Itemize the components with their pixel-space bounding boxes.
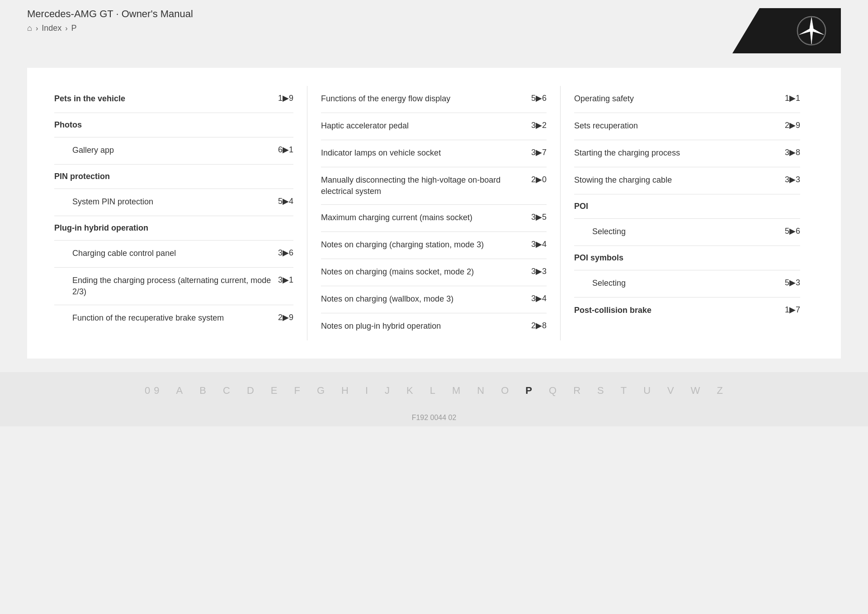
index-entry[interactable]: Stowing the charging cable 3▶3 xyxy=(574,167,800,194)
entry-text: System PIN protection xyxy=(72,196,278,208)
sub-entry[interactable]: Charging cable control panel 3▶6 xyxy=(54,241,293,268)
breadcrumb-sep-2: › xyxy=(65,24,67,33)
alpha-D[interactable]: D xyxy=(239,381,263,400)
entry-text: Notes on charging (wallbox, mode 3) xyxy=(321,293,531,305)
alpha-F[interactable]: F xyxy=(286,381,308,400)
index-entry[interactable]: Indicator lamps on vehicle socket 3▶7 xyxy=(321,140,547,167)
entry-page: 5▶6 xyxy=(531,93,547,103)
section-header-text: POI symbols xyxy=(574,253,623,262)
alpha-J[interactable]: J xyxy=(377,381,398,400)
entry-page: 3▶7 xyxy=(531,147,547,157)
alpha-S[interactable]: S xyxy=(589,381,613,400)
alpha-A[interactable]: A xyxy=(168,381,192,400)
section-header: POI xyxy=(574,194,800,219)
entry-page: 6▶1 xyxy=(278,145,293,155)
mercedes-star-icon xyxy=(796,15,827,47)
entry-text: Notes on charging (charging station, mod… xyxy=(321,239,531,250)
alpha-O[interactable]: O xyxy=(493,381,517,400)
entry-page: 3▶6 xyxy=(278,248,293,258)
alpha-P[interactable]: P xyxy=(517,381,541,400)
alpha-V[interactable]: V xyxy=(659,381,683,400)
index-entry[interactable]: Notes on charging (mains socket, mode 2)… xyxy=(321,259,547,286)
section-header-text: Photos xyxy=(54,120,82,129)
entry-text: Manually disconnecting the high-voltage … xyxy=(321,175,531,197)
entry-page: 3▶3 xyxy=(785,175,800,184)
index-entry[interactable]: Manually disconnecting the high-voltage … xyxy=(321,167,547,205)
index-entry[interactable]: Notes on charging (wallbox, mode 3) 3▶4 xyxy=(321,286,547,313)
entry-page: 2▶9 xyxy=(278,312,293,322)
alpha-R[interactable]: R xyxy=(565,381,589,400)
entry-text: Notes on plug-in hybrid operation xyxy=(321,321,531,332)
sub-entry[interactable]: Function of the recuperative brake syste… xyxy=(54,305,293,332)
entry-page: 3▶2 xyxy=(531,120,547,130)
header-left: Mercedes-AMG GT · Owner's Manual ⌂ › Ind… xyxy=(27,8,193,33)
alpha-B[interactable]: B xyxy=(191,381,215,400)
alphabet-bar: 0 9ABCDEFGHIJKLMNOPQRSTUVWZ xyxy=(0,372,868,409)
alpha-C[interactable]: C xyxy=(215,381,239,400)
entry-page: 3▶1 xyxy=(278,275,293,285)
alpha-Z[interactable]: Z xyxy=(709,381,731,400)
entry-page: 1▶1 xyxy=(785,93,800,103)
entry-page: 1▶9 xyxy=(278,93,293,103)
entry-text: Maximum charging current (mains socket) xyxy=(321,212,531,223)
alpha-Q[interactable]: Q xyxy=(541,381,565,400)
entry-text: Functions of the energy flow display xyxy=(321,93,531,104)
index-entry[interactable]: Notes on plug-in hybrid operation 2▶8 xyxy=(321,313,547,340)
entry-text: Selecting xyxy=(592,226,785,237)
header-logo-area xyxy=(696,8,841,53)
column-1: Pets in the vehicle 1▶9 Photos Gallery a… xyxy=(54,86,307,340)
alpha-W[interactable]: W xyxy=(683,381,709,400)
entry-page: 3▶3 xyxy=(531,266,547,276)
index-entry[interactable]: Sets recuperation 2▶9 xyxy=(574,113,800,140)
alpha-M[interactable]: M xyxy=(444,381,469,400)
section-header: Plug-in hybrid operation xyxy=(54,216,293,241)
entry-page: 5▶3 xyxy=(785,278,800,288)
sub-entry[interactable]: Selecting 5▶3 xyxy=(574,270,800,298)
alpha-G[interactable]: G xyxy=(309,381,333,400)
alpha-K[interactable]: K xyxy=(398,381,422,400)
entry-page: 1▶7 xyxy=(785,305,800,315)
entry-text: Gallery app xyxy=(72,145,278,156)
entry-page: 5▶4 xyxy=(278,196,293,206)
entry-text: Post-collision brake xyxy=(574,305,785,316)
entry-text: Pets in the vehicle xyxy=(54,93,278,104)
alpha-09[interactable]: 0 9 xyxy=(137,381,168,400)
entry-text: Starting the charging process xyxy=(574,147,785,159)
section-header-text: POI xyxy=(574,202,588,211)
index-entry[interactable]: Maximum charging current (mains socket) … xyxy=(321,205,547,232)
section-header: Photos xyxy=(54,113,293,137)
alpha-H[interactable]: H xyxy=(333,381,357,400)
home-icon[interactable]: ⌂ xyxy=(27,24,32,33)
entry-text: Charging cable control panel xyxy=(72,248,278,259)
footer-code: F192 0044 02 xyxy=(0,409,868,426)
sub-entry[interactable]: Ending the charging process (alternating… xyxy=(54,268,293,305)
index-entry[interactable]: Functions of the energy flow display 5▶6 xyxy=(321,86,547,113)
index-entry[interactable]: Haptic accelerator pedal 3▶2 xyxy=(321,113,547,140)
alpha-U[interactable]: U xyxy=(635,381,659,400)
entry-page: 2▶9 xyxy=(785,120,800,130)
entry-page: 2▶8 xyxy=(531,321,547,331)
column-2: Functions of the energy flow display 5▶6… xyxy=(307,86,561,340)
alpha-L[interactable]: L xyxy=(422,381,444,400)
sub-entry[interactable]: Gallery app 6▶1 xyxy=(54,137,293,165)
entry-page: 3▶4 xyxy=(531,293,547,303)
index-entry[interactable]: Pets in the vehicle 1▶9 xyxy=(54,86,293,113)
index-entry[interactable]: Operating safety 1▶1 xyxy=(574,86,800,113)
breadcrumb-sep-1: › xyxy=(36,24,38,33)
alpha-E[interactable]: E xyxy=(263,381,286,400)
index-entry[interactable]: Starting the charging process 3▶8 xyxy=(574,140,800,167)
sub-entry[interactable]: Selecting 5▶6 xyxy=(574,219,800,246)
breadcrumb-index[interactable]: Index xyxy=(42,24,61,33)
entry-page: 3▶8 xyxy=(785,147,800,157)
section-header: PIN protection xyxy=(54,165,293,189)
section-header-text: PIN protection xyxy=(54,172,110,181)
alpha-I[interactable]: I xyxy=(357,381,377,400)
alpha-N[interactable]: N xyxy=(469,381,493,400)
sub-entry[interactable]: System PIN protection 5▶4 xyxy=(54,189,293,216)
alpha-T[interactable]: T xyxy=(613,381,635,400)
entry-text: Haptic accelerator pedal xyxy=(321,120,531,132)
column-3: Operating safety 1▶1 Sets recuperation 2… xyxy=(561,86,814,340)
index-entry[interactable]: Notes on charging (charging station, mod… xyxy=(321,232,547,259)
index-entry[interactable]: Post-collision brake 1▶7 xyxy=(574,298,800,325)
section-header-text: Plug-in hybrid operation xyxy=(54,223,148,232)
